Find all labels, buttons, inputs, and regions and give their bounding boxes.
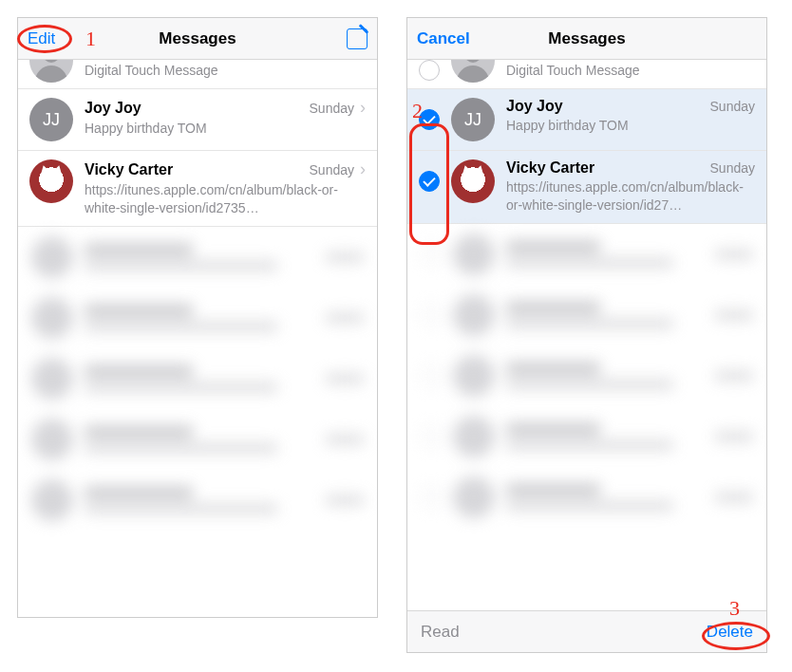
chevron-right-icon: › bbox=[360, 98, 366, 118]
edit-button[interactable]: Edit bbox=[28, 29, 55, 48]
message-preview: Digital Touch Message bbox=[85, 62, 366, 80]
conversation-row[interactable]: Vicky Carter Sunday › https://itunes.app… bbox=[18, 151, 377, 227]
contact-name: Vicky Carter bbox=[85, 161, 173, 178]
phone-screen-normal: Edit Messages Digital Touch Message JJ J… bbox=[17, 17, 378, 618]
select-checkbox[interactable] bbox=[419, 109, 440, 130]
conversation-row[interactable]: Digital Touch Message bbox=[18, 60, 377, 89]
avatar-initials: JJ bbox=[29, 98, 73, 141]
select-checkbox[interactable] bbox=[419, 60, 440, 81]
conversation-row[interactable]: Vicky Carter Sunday https://itunes.apple… bbox=[407, 151, 766, 224]
message-preview: https://itunes.apple.com/cn/album/black-… bbox=[85, 181, 366, 217]
message-preview: Happy birthday TOM bbox=[506, 117, 755, 135]
message-date: Sunday bbox=[710, 160, 755, 176]
select-checkbox[interactable] bbox=[419, 171, 440, 192]
blurred-rows bbox=[18, 227, 377, 531]
navbar: Edit Messages bbox=[18, 18, 377, 60]
page-title: Messages bbox=[159, 29, 236, 48]
message-preview: https://itunes.apple.com/cn/album/black-… bbox=[506, 178, 755, 215]
cancel-button[interactable]: Cancel bbox=[417, 29, 470, 48]
message-date: Sunday bbox=[310, 101, 354, 116]
blurred-rows bbox=[407, 224, 766, 528]
mark-read-button[interactable]: Read bbox=[421, 623, 460, 642]
compose-icon[interactable] bbox=[347, 28, 368, 49]
avatar-initials: JJ bbox=[451, 98, 495, 141]
avatar-icon bbox=[451, 60, 495, 83]
message-date: Sunday bbox=[710, 99, 755, 114]
message-date: Sunday bbox=[310, 162, 354, 177]
message-preview: Happy birthday TOM bbox=[85, 120, 366, 138]
message-preview: Digital Touch Message bbox=[506, 62, 755, 80]
avatar-image bbox=[29, 159, 73, 203]
contact-name: Joy Joy bbox=[85, 100, 141, 117]
conversation-row[interactable]: JJ Joy Joy Sunday › Happy birthday TOM bbox=[18, 89, 377, 151]
conversation-row[interactable]: Digital Touch Message bbox=[407, 60, 766, 89]
conversation-row[interactable]: JJ Joy Joy Sunday Happy birthday TOM bbox=[407, 89, 766, 151]
avatar-image bbox=[451, 159, 495, 203]
conversation-list: Digital Touch Message JJ Joy Joy Sunday … bbox=[407, 60, 766, 610]
page-title: Messages bbox=[548, 29, 625, 48]
navbar: Cancel Messages bbox=[407, 18, 766, 60]
chevron-right-icon: › bbox=[360, 159, 366, 179]
conversation-list: Digital Touch Message JJ Joy Joy Sunday … bbox=[18, 60, 377, 617]
contact-name: Vicky Carter bbox=[506, 159, 594, 177]
contact-name: Joy Joy bbox=[506, 98, 563, 115]
avatar-icon bbox=[29, 60, 73, 83]
phone-screen-edit-mode: Cancel Messages Digital Touch Message JJ… bbox=[406, 17, 767, 653]
edit-toolbar: Read Delete bbox=[407, 610, 766, 652]
delete-button[interactable]: Delete bbox=[707, 623, 753, 642]
